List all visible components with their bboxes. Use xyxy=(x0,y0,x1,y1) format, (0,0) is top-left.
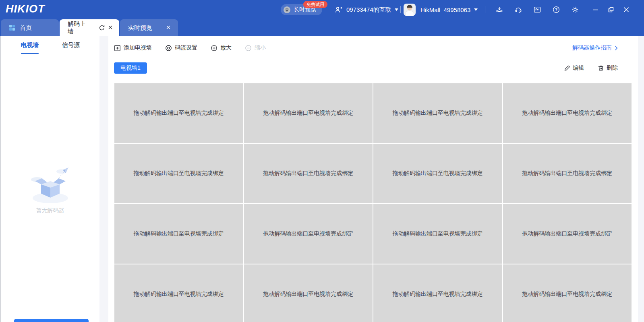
topbar-divider xyxy=(485,6,485,13)
wall-cell-hint: 拖动解码输出端口至电视墙完成绑定 xyxy=(522,170,612,177)
decoder-guide-link[interactable]: 解码器操作指南 xyxy=(572,44,618,52)
add-square-icon xyxy=(114,45,121,52)
topbar-divider xyxy=(583,6,583,13)
wall-toolbar: 添加电视墙 码流设置 放大 xyxy=(114,42,618,54)
empty-state-text: 暂无解码器 xyxy=(1,207,99,214)
vip-diamond-icon xyxy=(283,6,291,14)
content-area: 电视墙 信号源 xyxy=(0,36,644,322)
home-grid-icon xyxy=(9,25,15,31)
wall-cell[interactable]: 拖动解码输出端口至电视墙完成绑定 xyxy=(114,264,243,322)
wall-cell-hint: 拖动解码输出端口至电视墙完成绑定 xyxy=(134,170,224,177)
wall-cell[interactable]: 拖动解码输出端口至电视墙完成绑定 xyxy=(373,204,502,264)
wall-cell-hint: 拖动解码输出端口至电视墙完成绑定 xyxy=(134,109,224,117)
wall-cell-hint: 拖动解码输出端口至电视墙完成绑定 xyxy=(393,291,483,298)
wall-tabs-row: 电视墙1 编辑 删除 xyxy=(114,62,618,74)
tab-live-preview[interactable]: 实时预览 xyxy=(120,19,178,36)
wall-cell-hint: 拖动解码输出端口至电视墙完成绑定 xyxy=(393,230,483,237)
wall-cell-hint: 拖动解码输出端口至电视墙完成绑定 xyxy=(263,170,353,177)
zoom-in-icon xyxy=(211,45,217,52)
wall-cell[interactable]: 拖动解码输出端口至电视墙完成绑定 xyxy=(373,264,502,322)
wall-cell-hint: 拖动解码输出端口至电视墙完成绑定 xyxy=(393,109,483,117)
restore-window-icon[interactable] xyxy=(608,6,614,13)
active-tab-underline xyxy=(21,53,39,54)
close-tab-icon[interactable] xyxy=(166,25,172,31)
download-center-icon[interactable] xyxy=(496,6,503,13)
tab-live-preview-label: 实时预览 xyxy=(128,24,163,32)
minimize-icon[interactable] xyxy=(592,6,599,13)
wall-cell-hint: 拖动解码输出端口至电视墙完成绑定 xyxy=(263,291,353,298)
wall-cell[interactable]: 拖动解码输出端口至电视墙完成绑定 xyxy=(244,264,373,322)
wall-cell[interactable]: 拖动解码输出端口至电视墙完成绑定 xyxy=(114,204,243,264)
close-window-icon[interactable] xyxy=(623,6,630,13)
app-tabbar: 首页 解码上墙 实时预览 xyxy=(0,19,644,36)
wall-cell[interactable]: 拖动解码输出端口至电视墙完成绑定 xyxy=(114,83,243,143)
sidebar-tab-signal-source[interactable]: 信号源 xyxy=(51,41,91,54)
wall-cell[interactable]: 拖动解码输出端口至电视墙完成绑定 xyxy=(244,144,373,203)
wall-cell[interactable]: 拖动解码输出端口至电视墙完成绑定 xyxy=(114,144,243,203)
account-name: 09733474的互联 xyxy=(346,6,391,14)
wall-grid: 拖动解码输出端口至电视墙完成绑定拖动解码输出端口至电视墙完成绑定拖动解码输出端口… xyxy=(114,83,632,322)
wall-cell-hint: 拖动解码输出端口至电视墙完成绑定 xyxy=(522,291,612,298)
stream-settings-icon xyxy=(165,45,172,52)
tab-decode-wall-label: 解码上墙 xyxy=(68,20,91,35)
wall-cell[interactable]: 拖动解码输出端口至电视墙完成绑定 xyxy=(244,83,373,143)
close-tab-icon[interactable] xyxy=(108,25,114,31)
zoom-out-icon xyxy=(245,45,252,52)
chevron-down-icon xyxy=(474,8,478,11)
chevron-right-icon xyxy=(615,45,618,51)
settings-gear-icon[interactable] xyxy=(572,6,579,13)
wall-cell-hint: 拖动解码输出端口至电视墙完成绑定 xyxy=(263,109,353,117)
pencil-icon xyxy=(564,65,570,71)
add-decoder-button-partial[interactable] xyxy=(14,319,89,322)
wall-cell[interactable]: 拖动解码输出端口至电视墙完成绑定 xyxy=(503,83,632,143)
stream-settings-button[interactable]: 码流设置 xyxy=(165,44,197,52)
trash-icon xyxy=(598,65,604,71)
app-logo: HIKIOT xyxy=(6,3,45,15)
wall-tab-button[interactable]: 电视墙1 xyxy=(114,62,147,74)
wall-cell[interactable]: 拖动解码输出端口至电视墙完成绑定 xyxy=(373,83,502,143)
empty-box-illustration xyxy=(1,163,99,205)
store-name: HikMall_49958063 xyxy=(420,6,470,13)
zoom-in-button[interactable]: 放大 xyxy=(211,44,232,52)
wall-cell-hint: 拖动解码输出端口至电视墙完成绑定 xyxy=(263,230,353,237)
tab-home-label: 首页 xyxy=(20,24,32,32)
wall-cell-hint: 拖动解码输出端口至电视墙完成绑定 xyxy=(134,230,224,237)
account-dropdown[interactable]: 09733474的互联 xyxy=(335,0,398,19)
empty-state: 暂无解码器 xyxy=(1,163,99,214)
tab-decode-wall[interactable]: 解码上墙 xyxy=(60,19,119,36)
topbar: HIKIOT 长时预览 免费试用 09733474的互联 HikM xyxy=(0,0,644,19)
customer-service-icon[interactable] xyxy=(515,6,522,13)
tab-home[interactable]: 首页 xyxy=(1,19,59,36)
avatar[interactable] xyxy=(404,4,416,16)
sidebar: 电视墙 信号源 xyxy=(1,36,99,322)
account-switch-icon xyxy=(335,6,343,14)
help-icon[interactable]: ? xyxy=(553,6,560,13)
wall-cell[interactable]: 拖动解码输出端口至电视墙完成绑定 xyxy=(503,204,632,264)
svg-text:?: ? xyxy=(555,8,557,12)
sidebar-tab-tv-wall[interactable]: 电视墙 xyxy=(10,41,50,54)
wall-cell-hint: 拖动解码输出端口至电视墙完成绑定 xyxy=(134,291,224,298)
zoom-out-button[interactable]: 缩小 xyxy=(245,44,266,52)
refresh-icon[interactable] xyxy=(99,25,105,31)
store-dropdown[interactable]: HikMall_49958063 xyxy=(420,0,478,19)
add-tv-wall-button[interactable]: 添加电视墙 xyxy=(114,44,152,52)
delete-wall-button[interactable]: 删除 xyxy=(598,64,618,72)
wall-cell[interactable]: 拖动解码输出端口至电视墙完成绑定 xyxy=(503,144,632,203)
main-panel: 添加电视墙 码流设置 放大 xyxy=(108,36,638,322)
wall-cell[interactable]: 拖动解码输出端口至电视墙完成绑定 xyxy=(503,264,632,322)
wall-cell[interactable]: 拖动解码输出端口至电视墙完成绑定 xyxy=(373,144,502,203)
wall-cell-hint: 拖动解码输出端口至电视墙完成绑定 xyxy=(522,230,612,237)
topbar-divider xyxy=(400,6,401,13)
free-trial-badge: 免费试用 xyxy=(303,1,327,8)
edit-wall-button[interactable]: 编辑 xyxy=(564,64,584,72)
device-status-icon[interactable] xyxy=(534,6,541,13)
chevron-down-icon xyxy=(395,8,398,11)
wall-cell-hint: 拖动解码输出端口至电视墙完成绑定 xyxy=(522,109,612,117)
wall-cell[interactable]: 拖动解码输出端口至电视墙完成绑定 xyxy=(244,204,373,264)
wall-cell-hint: 拖动解码输出端口至电视墙完成绑定 xyxy=(393,170,483,177)
